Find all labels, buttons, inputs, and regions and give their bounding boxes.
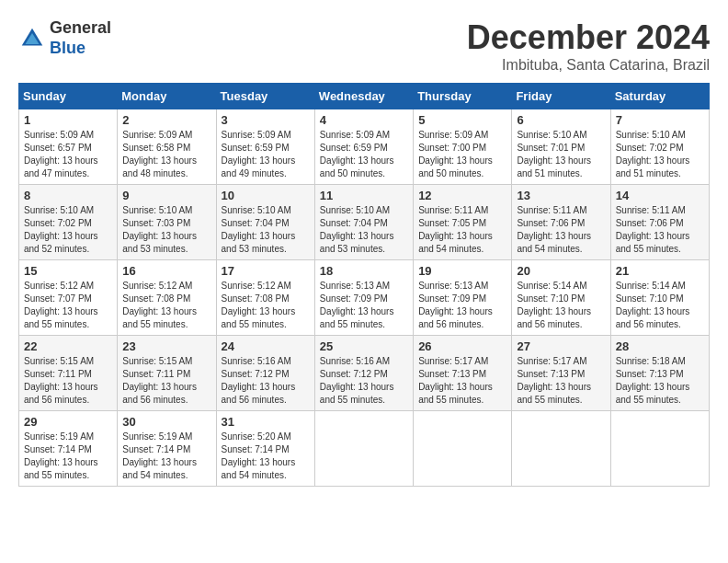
day-number: 23 bbox=[122, 339, 210, 353]
calendar-cell: 24Sunrise: 5:16 AMSunset: 7:12 PMDayligh… bbox=[216, 336, 314, 411]
calendar-cell: 27Sunrise: 5:17 AMSunset: 7:13 PMDayligh… bbox=[512, 336, 610, 411]
cell-content: Sunrise: 5:17 AMSunset: 7:13 PMDaylight:… bbox=[418, 355, 506, 407]
calendar-cell bbox=[512, 411, 610, 487]
calendar-cell: 21Sunrise: 5:14 AMSunset: 7:10 PMDayligh… bbox=[610, 260, 709, 336]
day-number: 3 bbox=[222, 113, 310, 127]
calendar-cell: 17Sunrise: 5:12 AMSunset: 7:08 PMDayligh… bbox=[216, 260, 314, 336]
cell-content: Sunrise: 5:16 AMSunset: 7:12 PMDaylight:… bbox=[222, 355, 310, 407]
cell-content: Sunrise: 5:14 AMSunset: 7:10 PMDaylight:… bbox=[616, 280, 704, 331]
day-number: 17 bbox=[222, 264, 310, 278]
day-number: 31 bbox=[222, 415, 310, 429]
calendar-cell bbox=[314, 411, 413, 487]
calendar-cell bbox=[414, 411, 512, 487]
weekday-header: Wednesday bbox=[314, 84, 413, 109]
calendar-cell: 3Sunrise: 5:09 AMSunset: 6:59 PMDaylight… bbox=[216, 109, 314, 185]
day-number: 10 bbox=[222, 189, 310, 202]
day-number: 5 bbox=[418, 113, 506, 127]
day-number: 1 bbox=[24, 113, 112, 127]
cell-content: Sunrise: 5:14 AMSunset: 7:10 PMDaylight:… bbox=[517, 280, 605, 331]
cell-content: Sunrise: 5:11 AMSunset: 7:06 PMDaylight:… bbox=[517, 204, 605, 256]
calendar-cell: 30Sunrise: 5:19 AMSunset: 7:14 PMDayligh… bbox=[118, 411, 216, 487]
cell-content: Sunrise: 5:12 AMSunset: 7:08 PMDaylight:… bbox=[222, 280, 310, 331]
calendar-week-row: 29Sunrise: 5:19 AMSunset: 7:14 PMDayligh… bbox=[19, 411, 710, 487]
calendar-cell: 26Sunrise: 5:17 AMSunset: 7:13 PMDayligh… bbox=[414, 336, 512, 411]
cell-content: Sunrise: 5:13 AMSunset: 7:09 PMDaylight:… bbox=[320, 280, 408, 331]
calendar-cell: 20Sunrise: 5:14 AMSunset: 7:10 PMDayligh… bbox=[512, 260, 610, 336]
calendar-week-row: 15Sunrise: 5:12 AMSunset: 7:07 PMDayligh… bbox=[19, 260, 710, 336]
calendar: SundayMondayTuesdayWednesdayThursdayFrid… bbox=[18, 83, 710, 487]
calendar-cell: 8Sunrise: 5:10 AMSunset: 7:02 PMDaylight… bbox=[19, 185, 118, 260]
day-number: 9 bbox=[122, 189, 210, 202]
calendar-cell: 15Sunrise: 5:12 AMSunset: 7:07 PMDayligh… bbox=[19, 260, 118, 336]
calendar-cell: 14Sunrise: 5:11 AMSunset: 7:06 PMDayligh… bbox=[610, 185, 709, 260]
cell-content: Sunrise: 5:20 AMSunset: 7:14 PMDaylight:… bbox=[222, 431, 310, 482]
cell-content: Sunrise: 5:16 AMSunset: 7:12 PMDaylight:… bbox=[320, 355, 408, 407]
cell-content: Sunrise: 5:10 AMSunset: 7:03 PMDaylight:… bbox=[122, 204, 210, 256]
day-number: 19 bbox=[418, 264, 506, 278]
calendar-cell: 28Sunrise: 5:18 AMSunset: 7:13 PMDayligh… bbox=[610, 336, 709, 411]
cell-content: Sunrise: 5:15 AMSunset: 7:11 PMDaylight:… bbox=[122, 355, 210, 407]
weekday-header: Tuesday bbox=[216, 84, 314, 109]
calendar-header-row: SundayMondayTuesdayWednesdayThursdayFrid… bbox=[19, 84, 710, 109]
calendar-cell: 6Sunrise: 5:10 AMSunset: 7:01 PMDaylight… bbox=[512, 109, 610, 185]
day-number: 28 bbox=[616, 339, 704, 353]
day-number: 29 bbox=[24, 415, 112, 429]
calendar-cell: 25Sunrise: 5:16 AMSunset: 7:12 PMDayligh… bbox=[314, 336, 413, 411]
calendar-cell: 29Sunrise: 5:19 AMSunset: 7:14 PMDayligh… bbox=[19, 411, 118, 487]
day-number: 21 bbox=[616, 264, 704, 278]
calendar-cell: 12Sunrise: 5:11 AMSunset: 7:05 PMDayligh… bbox=[414, 185, 512, 260]
cell-content: Sunrise: 5:13 AMSunset: 7:09 PMDaylight:… bbox=[418, 280, 506, 331]
day-number: 4 bbox=[320, 113, 408, 127]
logo: General Blue bbox=[18, 18, 111, 58]
day-number: 13 bbox=[517, 189, 605, 202]
day-number: 15 bbox=[24, 264, 112, 278]
logo-icon bbox=[18, 25, 46, 52]
calendar-cell: 10Sunrise: 5:10 AMSunset: 7:04 PMDayligh… bbox=[216, 185, 314, 260]
title-area: December 2024 Imbituba, Santa Catarina, … bbox=[467, 18, 710, 74]
calendar-cell: 18Sunrise: 5:13 AMSunset: 7:09 PMDayligh… bbox=[314, 260, 413, 336]
day-number: 22 bbox=[24, 339, 112, 353]
calendar-cell: 2Sunrise: 5:09 AMSunset: 6:58 PMDaylight… bbox=[118, 109, 216, 185]
cell-content: Sunrise: 5:11 AMSunset: 7:06 PMDaylight:… bbox=[616, 204, 704, 256]
calendar-cell: 23Sunrise: 5:15 AMSunset: 7:11 PMDayligh… bbox=[118, 336, 216, 411]
calendar-cell: 31Sunrise: 5:20 AMSunset: 7:14 PMDayligh… bbox=[216, 411, 314, 487]
day-number: 12 bbox=[418, 189, 506, 202]
day-number: 11 bbox=[320, 189, 408, 202]
cell-content: Sunrise: 5:17 AMSunset: 7:13 PMDaylight:… bbox=[517, 355, 605, 407]
calendar-week-row: 1Sunrise: 5:09 AMSunset: 6:57 PMDaylight… bbox=[19, 109, 710, 185]
cell-content: Sunrise: 5:10 AMSunset: 7:04 PMDaylight:… bbox=[222, 204, 310, 256]
day-number: 24 bbox=[222, 339, 310, 353]
logo-text: General Blue bbox=[50, 18, 111, 58]
day-number: 27 bbox=[517, 339, 605, 353]
calendar-cell: 4Sunrise: 5:09 AMSunset: 6:59 PMDaylight… bbox=[314, 109, 413, 185]
month-title: December 2024 bbox=[467, 18, 710, 57]
day-number: 30 bbox=[122, 415, 210, 429]
cell-content: Sunrise: 5:15 AMSunset: 7:11 PMDaylight:… bbox=[24, 355, 112, 407]
calendar-cell: 11Sunrise: 5:10 AMSunset: 7:04 PMDayligh… bbox=[314, 185, 413, 260]
day-number: 16 bbox=[122, 264, 210, 278]
calendar-cell: 7Sunrise: 5:10 AMSunset: 7:02 PMDaylight… bbox=[610, 109, 709, 185]
calendar-cell: 16Sunrise: 5:12 AMSunset: 7:08 PMDayligh… bbox=[118, 260, 216, 336]
weekday-header: Sunday bbox=[19, 84, 118, 109]
weekday-header: Thursday bbox=[414, 84, 512, 109]
cell-content: Sunrise: 5:10 AMSunset: 7:01 PMDaylight:… bbox=[517, 129, 605, 180]
calendar-week-row: 22Sunrise: 5:15 AMSunset: 7:11 PMDayligh… bbox=[19, 336, 710, 411]
day-number: 14 bbox=[616, 189, 704, 202]
day-number: 7 bbox=[616, 113, 704, 127]
day-number: 2 bbox=[122, 113, 210, 127]
cell-content: Sunrise: 5:10 AMSunset: 7:04 PMDaylight:… bbox=[320, 204, 408, 256]
day-number: 8 bbox=[24, 189, 112, 202]
calendar-week-row: 8Sunrise: 5:10 AMSunset: 7:02 PMDaylight… bbox=[19, 185, 710, 260]
cell-content: Sunrise: 5:12 AMSunset: 7:08 PMDaylight:… bbox=[122, 280, 210, 331]
cell-content: Sunrise: 5:10 AMSunset: 7:02 PMDaylight:… bbox=[24, 204, 112, 256]
calendar-cell: 19Sunrise: 5:13 AMSunset: 7:09 PMDayligh… bbox=[414, 260, 512, 336]
day-number: 25 bbox=[320, 339, 408, 353]
page-header: General Blue December 2024 Imbituba, San… bbox=[18, 18, 710, 74]
calendar-cell: 5Sunrise: 5:09 AMSunset: 7:00 PMDaylight… bbox=[414, 109, 512, 185]
calendar-cell: 22Sunrise: 5:15 AMSunset: 7:11 PMDayligh… bbox=[19, 336, 118, 411]
day-number: 20 bbox=[517, 264, 605, 278]
cell-content: Sunrise: 5:09 AMSunset: 6:59 PMDaylight:… bbox=[222, 129, 310, 180]
day-number: 18 bbox=[320, 264, 408, 278]
cell-content: Sunrise: 5:11 AMSunset: 7:05 PMDaylight:… bbox=[418, 204, 506, 256]
calendar-cell bbox=[610, 411, 709, 487]
